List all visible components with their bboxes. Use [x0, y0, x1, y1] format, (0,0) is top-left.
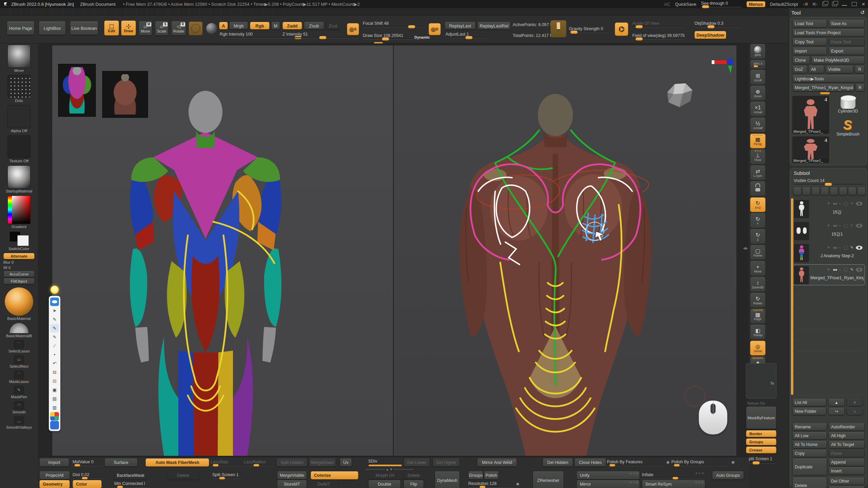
split-screen-divider[interactable] [393, 45, 394, 456]
replay-last-rel-button[interactable]: ReplayLastRel [477, 22, 511, 29]
slider-handle[interactable] [635, 37, 643, 41]
slider-handle[interactable] [570, 30, 578, 34]
subtool-view-tab[interactable] [848, 187, 856, 195]
smart-resym-button[interactable]: X Y ZSmart ReSym [642, 480, 705, 488]
paint-brush-icon[interactable]: ✎ [850, 246, 853, 249]
slider-handle[interactable] [707, 25, 715, 28]
append-button[interactable]: Append [829, 459, 865, 466]
load-tool-button[interactable]: Load Tool [792, 20, 827, 27]
duplicate-button[interactable]: Duplicate [792, 459, 827, 475]
slider-handle[interactable] [702, 5, 709, 8]
move-down-button[interactable]: ▼ [847, 399, 863, 406]
split-hidden-button[interactable]: Split Hidden [276, 459, 308, 467]
subtool-view-tab[interactable] [821, 187, 829, 195]
slider-handle[interactable] [479, 486, 486, 488]
annotation-tool[interactable]: ✎ [50, 315, 59, 324]
menu-item[interactable] [252, 8, 263, 15]
mirror-button[interactable]: X Y ZMirror [576, 480, 640, 488]
morph-uv-button[interactable]: Morph UV [368, 471, 402, 480]
menu-item[interactable] [32, 8, 42, 15]
annotation-tool[interactable]: ➤ [50, 306, 59, 315]
del-hidden-button[interactable]: Del Hidden [542, 459, 573, 467]
menu-item[interactable] [126, 8, 137, 15]
visibility-eye-icon[interactable] [856, 202, 863, 206]
polypaint-icon[interactable]: ●● [833, 246, 837, 249]
current-texture-thumb[interactable] [7, 135, 31, 158]
viewport-right[interactable] [394, 45, 737, 456]
del-other-button[interactable]: Del Other [829, 477, 865, 485]
slider-handle[interactable] [672, 477, 678, 480]
gravity-strength-slider[interactable]: Gravity Strength 0 [569, 26, 610, 33]
all-to-target-button[interactable]: All To Target [829, 441, 865, 448]
zremesher-button[interactable]: ZRemesher [533, 471, 564, 488]
right-shelf-button[interactable]: ↻ Rotate [750, 293, 766, 308]
slider-handle[interactable] [319, 36, 327, 39]
angle-of-view-slider[interactable]: Angle Of View [632, 21, 683, 27]
zsub-button[interactable]: Zsub [304, 22, 324, 29]
rgb-button[interactable]: Rgb [250, 22, 270, 29]
geometry-button[interactable]: Geometry [39, 480, 70, 488]
store-mt-button[interactable]: StoreMT [277, 480, 307, 488]
annotation-tool[interactable] [50, 421, 59, 429]
lazyradius-slider[interactable]: LazyRadius [244, 459, 275, 467]
home-page-button[interactable]: Home Page [7, 21, 35, 35]
subtool-view-tab[interactable] [802, 187, 811, 195]
menu-item[interactable] [95, 8, 105, 15]
right-shelf-button[interactable]: ↻ Z [750, 229, 766, 244]
visibility-eye-icon[interactable] [856, 246, 863, 250]
paint-brush-icon[interactable]: ✎ [850, 202, 853, 205]
move-out-folder-button[interactable]: ↳ [847, 408, 863, 415]
slider-handle[interactable] [609, 464, 615, 467]
tray-collapse-left-icon[interactable]: ◁ǀǀǀǀ [803, 2, 808, 6]
dynamesh-button[interactable]: DynaMesh [435, 471, 460, 488]
menu-item[interactable] [42, 8, 53, 15]
menu-item[interactable] [158, 8, 168, 15]
paint-brush-icon[interactable]: ✎ [850, 224, 853, 227]
annotation-tool[interactable]: ⊡ [50, 377, 59, 385]
copy-tool-button[interactable]: Copy Tool [792, 38, 827, 46]
dist-slider[interactable]: Dist 0.02 [73, 471, 103, 480]
paste-subtool-button[interactable]: Paste [829, 450, 865, 457]
menu-item[interactable] [11, 8, 21, 15]
alternate-button[interactable]: Alternate [3, 253, 35, 259]
del-higher-button[interactable]: Del Higher [433, 459, 460, 467]
adjust-last-slider[interactable]: AdjustLast 1 [446, 32, 486, 38]
polish-by-groups-slider[interactable]: Polish By Groups [671, 459, 730, 467]
delete-button-2[interactable]: Delete [403, 471, 424, 480]
hue-spectrum[interactable] [8, 196, 12, 224]
right-shelf-button[interactable]: ⊞ Scroll [750, 70, 766, 85]
import-button[interactable]: Import [792, 47, 827, 55]
field-of-view-slider[interactable]: Field of view(deg) 39.59775 [632, 33, 683, 40]
colorize-button[interactable]: Colorize [311, 471, 358, 480]
subtool-row[interactable]: ▼ ●● ◐ ◯ ✎ 15강1 [793, 220, 865, 241]
active-tool-name-button[interactable]: Merged_TPose1_Ryan_Kingsli [792, 84, 854, 92]
menu-item[interactable] [200, 8, 210, 15]
delete-button-1[interactable]: Delete [167, 471, 199, 480]
edit-button[interactable]: ⬚Edit [104, 21, 119, 36]
annotation-tool[interactable] [50, 412, 59, 421]
tool-thumb-simplebrush[interactable]: S SimpleBrush [831, 119, 865, 137]
subtool-view-tab[interactable] [811, 187, 820, 195]
all-low-button[interactable]: All Low [792, 432, 827, 440]
mask-pen-icon[interactable]: ✎ [14, 386, 24, 394]
basic-material-sphere[interactable] [5, 287, 33, 316]
tray-collapse-right-icon[interactable]: ǀǀǀǀ▷ [812, 2, 817, 6]
right-shelf-button[interactable]: Line Fill ▦ PolyF [750, 309, 766, 324]
annotation-tool[interactable] [50, 298, 59, 306]
annotation-tool[interactable]: ✎ [50, 333, 59, 341]
visibility-eye-icon[interactable] [856, 224, 863, 228]
menu-item[interactable] [105, 8, 116, 15]
shade-icon[interactable]: ◐ [839, 268, 842, 271]
tool-thumb-cylinder[interactable]: Cylinder3D [831, 96, 865, 114]
export-button[interactable]: Export [829, 47, 865, 55]
focal-shift-slider[interactable]: Focal Shift 48 [363, 21, 426, 27]
menu-item[interactable] [273, 8, 284, 15]
annotation-tool[interactable]: ▤ [50, 394, 59, 403]
make-polymesh3d-button[interactable]: Make PolyMesh3D [811, 57, 865, 64]
slider-handle[interactable] [213, 464, 219, 467]
default-zscript-button[interactable]: DefaultZScript [770, 2, 798, 7]
mask-icon[interactable]: ◯ [844, 224, 848, 227]
lightbox-tools-button[interactable]: Lightbox▶Tools [792, 75, 865, 82]
mask-icon[interactable]: ◯ [844, 268, 848, 271]
menu-item[interactable] [84, 8, 95, 15]
